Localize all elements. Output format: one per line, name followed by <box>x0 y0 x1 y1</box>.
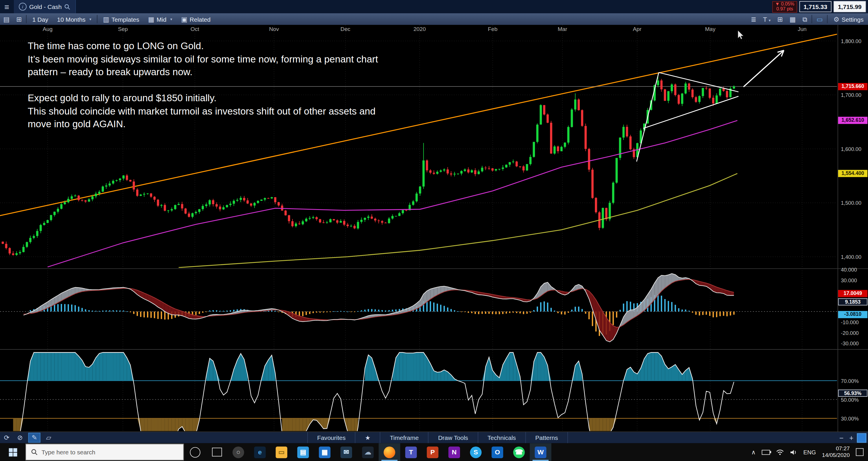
y-axis-label: 30.00% <box>841 415 859 421</box>
teams-icon: T <box>405 446 417 458</box>
taskbar-app-whatsapp[interactable]: ☎ <box>508 443 530 461</box>
chart-footer-toolbar: ⟳ ⊘ ✎ ▱ Favourites★TimeframeDraw ToolsTe… <box>0 432 868 443</box>
chart-annotation-line: move into gold AGAIN. <box>28 118 378 131</box>
favourites-star-button[interactable]: ★ <box>355 432 380 443</box>
taskbar-app-mail[interactable]: ✉ <box>335 443 357 461</box>
language-indicator[interactable]: ENG <box>803 449 816 456</box>
eraser-icon[interactable]: ▱ <box>42 434 55 441</box>
clock-time: 07:27 <box>822 446 850 452</box>
store-icon: ▤ <box>297 446 309 458</box>
pencil-icon: ✎ <box>32 434 37 441</box>
speaker-icon[interactable] <box>790 449 797 455</box>
taskbar-app-onenote[interactable]: N <box>443 443 465 461</box>
price-badge: 17.0049 <box>838 290 867 297</box>
outlook-icon: O <box>492 446 503 458</box>
tray-caret-icon[interactable]: ∧ <box>751 449 756 456</box>
taskbar-app-powerpoint[interactable]: P <box>422 443 443 461</box>
windows-logo-icon <box>9 448 17 456</box>
system-tray: ∧ ENG 07:27 14/05/2020 <box>751 446 868 459</box>
taskbar-app-onedrive[interactable]: ☁ <box>357 443 379 461</box>
browser-icon: ○ <box>232 446 244 458</box>
zoom-in-button[interactable]: + <box>847 433 856 442</box>
taskbar-app-photos[interactable]: ▦ <box>314 443 336 461</box>
price-badge: 9.1853 <box>838 298 867 305</box>
taskbar-app-file-explorer[interactable]: ▭ <box>271 443 292 461</box>
draw-pencil-button[interactable]: ✎ <box>28 433 40 442</box>
star-icon: ★ <box>365 434 371 441</box>
onedrive-icon: ☁ <box>362 446 374 458</box>
footer-tab-technicals[interactable]: Technicals <box>477 432 525 443</box>
footer-tab-draw-tools[interactable]: Draw Tools <box>428 432 478 443</box>
task-view-icon[interactable] <box>212 448 222 457</box>
chart-annotation-line: It’s been moving sideways similar to oil… <box>28 53 378 66</box>
chart-annotation-line: This should coincide with market turmoil… <box>28 105 378 118</box>
whatsapp-icon: ☎ <box>513 446 525 458</box>
photos-icon: ▦ <box>319 446 331 458</box>
taskbar-app-outlook[interactable]: O <box>487 443 508 461</box>
history-icon[interactable]: ⟳ <box>0 434 13 441</box>
taskbar-app-skype[interactable]: S <box>465 443 487 461</box>
word-icon: W <box>535 446 546 458</box>
chart-annotation-line: pattern – ready to break upwards now. <box>28 66 378 79</box>
disable-drawings-icon[interactable]: ⊘ <box>13 434 27 441</box>
powerpoint-icon: P <box>427 446 438 458</box>
price-badge: 1,715.660 <box>838 83 867 90</box>
taskbar-app-firefox[interactable] <box>379 443 400 461</box>
search-placeholder: Type here to search <box>41 449 95 456</box>
footer-tabs: Favourites★TimeframeDraw ToolsTechnicals… <box>307 432 568 443</box>
action-center-icon[interactable] <box>856 448 864 456</box>
cortana-icon[interactable] <box>190 447 200 457</box>
price-badge: 1,652.610 <box>838 117 867 124</box>
onenote-icon: N <box>448 446 460 458</box>
battery-icon[interactable] <box>762 450 770 455</box>
taskbar-apps: ○e▭▤▦✉☁TPNSO☎W <box>227 443 551 461</box>
taskbar-app-teams[interactable]: T <box>400 443 422 461</box>
search-icon <box>31 449 38 456</box>
mail-icon: ✉ <box>341 446 352 458</box>
taskbar-app-browser[interactable]: ○ <box>227 443 249 461</box>
skype-icon: S <box>470 446 482 458</box>
footer-tab-patterns[interactable]: Patterns <box>525 432 568 443</box>
price-badge: 56.93% <box>838 389 867 396</box>
footer-tab-favourites[interactable]: Favourites <box>307 432 355 443</box>
chart-annotation-text: The time has come to go LONG on Gold.It’… <box>28 40 378 131</box>
chart-annotation-line: The time has come to go LONG on Gold. <box>28 40 378 53</box>
taskbar-search-input[interactable]: Type here to search <box>26 443 184 460</box>
start-button[interactable] <box>0 443 26 461</box>
app-window: ≡ i Gold - Cash ▼ 0.05% 0.97 pts 1,715.3… <box>0 0 868 461</box>
expand-chart-button[interactable] <box>857 433 867 442</box>
chart-canvas[interactable]: AugSepOctNovDec2020FebMarAprMayJun 1,800… <box>0 25 868 432</box>
taskbar-app-edge[interactable]: e <box>249 443 271 461</box>
chart-annotation-line <box>28 79 378 92</box>
footer-tab-timeframe[interactable]: Timeframe <box>380 432 428 443</box>
windows-taskbar: Type here to search ○e▭▤▦✉☁TPNSO☎W ∧ ENG… <box>0 443 868 461</box>
edge-icon: e <box>254 446 266 458</box>
firefox-icon <box>384 446 395 458</box>
price-badge: -3.0810 <box>838 311 867 319</box>
price-badge: 1,554.400 <box>838 170 867 177</box>
file-explorer-icon: ▭ <box>276 446 287 458</box>
taskbar-clock[interactable]: 07:27 14/05/2020 <box>822 446 850 459</box>
chart-annotation-line: Expect gold to rally to around $1850 ini… <box>28 92 378 105</box>
zoom-out-button[interactable]: − <box>837 433 846 442</box>
clock-date: 14/05/2020 <box>822 452 850 459</box>
taskbar-app-word[interactable]: W <box>530 443 552 461</box>
wifi-icon[interactable] <box>776 449 784 455</box>
taskbar-app-store[interactable]: ▤ <box>292 443 314 461</box>
